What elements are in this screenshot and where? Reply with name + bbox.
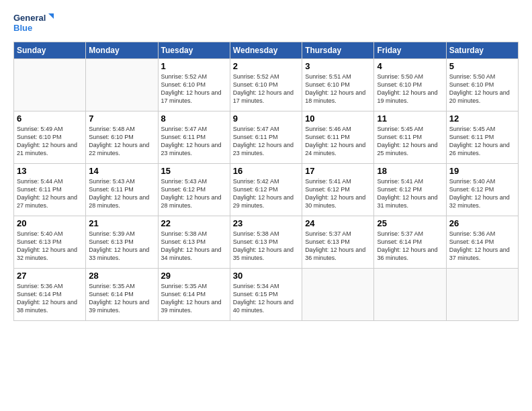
day-info: Sunrise: 5:37 AM Sunset: 6:13 PM Dayligh… bbox=[305, 230, 371, 263]
day-number: 9 bbox=[233, 113, 299, 124]
calendar-day-cell: 5Sunrise: 5:50 AM Sunset: 6:10 PM Daylig… bbox=[446, 59, 518, 111]
calendar-day-cell: 8Sunrise: 5:47 AM Sunset: 6:11 PM Daylig… bbox=[158, 111, 230, 164]
day-number: 3 bbox=[305, 61, 371, 71]
day-number: 20 bbox=[17, 218, 83, 228]
day-number: 24 bbox=[305, 218, 371, 228]
calendar-week-row: 1Sunrise: 5:52 AM Sunset: 6:10 PM Daylig… bbox=[14, 59, 519, 111]
calendar-day-cell: 29Sunrise: 5:35 AM Sunset: 6:14 PM Dayli… bbox=[158, 269, 230, 321]
day-number: 25 bbox=[377, 218, 443, 228]
day-number: 10 bbox=[305, 113, 371, 124]
day-number: 7 bbox=[89, 113, 154, 124]
day-number: 5 bbox=[449, 61, 515, 71]
calendar-day-cell: 25Sunrise: 5:37 AM Sunset: 6:14 PM Dayli… bbox=[374, 216, 446, 269]
day-info: Sunrise: 5:45 AM Sunset: 6:11 PM Dayligh… bbox=[449, 125, 515, 158]
day-info: Sunrise: 5:43 AM Sunset: 6:12 PM Dayligh… bbox=[161, 177, 227, 210]
day-number: 30 bbox=[233, 271, 299, 281]
day-info: Sunrise: 5:40 AM Sunset: 6:12 PM Dayligh… bbox=[449, 177, 515, 210]
day-number: 11 bbox=[377, 113, 443, 124]
svg-marker-1 bbox=[48, 13, 54, 19]
svg-text:General: General bbox=[13, 13, 46, 23]
day-info: Sunrise: 5:40 AM Sunset: 6:13 PM Dayligh… bbox=[17, 230, 83, 263]
calendar-day-cell: 12Sunrise: 5:45 AM Sunset: 6:11 PM Dayli… bbox=[446, 111, 518, 164]
calendar-day-cell bbox=[446, 269, 518, 321]
day-info: Sunrise: 5:52 AM Sunset: 6:10 PM Dayligh… bbox=[161, 73, 227, 105]
calendar-header-cell: Friday bbox=[374, 42, 446, 59]
calendar-day-cell: 15Sunrise: 5:43 AM Sunset: 6:12 PM Dayli… bbox=[158, 164, 230, 216]
day-info: Sunrise: 5:47 AM Sunset: 6:11 PM Dayligh… bbox=[161, 125, 227, 158]
calendar-day-cell: 18Sunrise: 5:41 AM Sunset: 6:12 PM Dayli… bbox=[374, 164, 446, 216]
day-number: 14 bbox=[89, 166, 154, 176]
day-info: Sunrise: 5:42 AM Sunset: 6:12 PM Dayligh… bbox=[233, 177, 299, 210]
calendar-day-cell bbox=[374, 269, 446, 321]
day-number: 27 bbox=[17, 271, 83, 281]
day-number: 26 bbox=[449, 218, 515, 228]
calendar-day-cell: 24Sunrise: 5:37 AM Sunset: 6:13 PM Dayli… bbox=[302, 216, 374, 269]
day-number: 29 bbox=[161, 271, 227, 281]
day-info: Sunrise: 5:46 AM Sunset: 6:11 PM Dayligh… bbox=[305, 125, 371, 158]
calendar-day-cell: 27Sunrise: 5:36 AM Sunset: 6:14 PM Dayli… bbox=[14, 269, 86, 321]
day-number: 21 bbox=[89, 218, 154, 228]
day-info: Sunrise: 5:50 AM Sunset: 6:10 PM Dayligh… bbox=[449, 73, 515, 105]
day-number: 12 bbox=[449, 113, 515, 124]
calendar-day-cell: 30Sunrise: 5:34 AM Sunset: 6:15 PM Dayli… bbox=[230, 269, 302, 321]
calendar-day-cell bbox=[302, 269, 374, 321]
day-number: 22 bbox=[161, 218, 227, 228]
calendar-header-cell: Tuesday bbox=[158, 42, 230, 59]
day-number: 16 bbox=[233, 166, 299, 176]
day-info: Sunrise: 5:34 AM Sunset: 6:15 PM Dayligh… bbox=[233, 282, 299, 315]
calendar-day-cell bbox=[86, 59, 158, 111]
calendar-day-cell: 11Sunrise: 5:45 AM Sunset: 6:11 PM Dayli… bbox=[374, 111, 446, 164]
calendar-header-cell: Wednesday bbox=[230, 42, 302, 59]
day-info: Sunrise: 5:50 AM Sunset: 6:10 PM Dayligh… bbox=[377, 73, 443, 105]
calendar-day-cell: 3Sunrise: 5:51 AM Sunset: 6:10 PM Daylig… bbox=[302, 59, 374, 111]
calendar-day-cell: 4Sunrise: 5:50 AM Sunset: 6:10 PM Daylig… bbox=[374, 59, 446, 111]
day-info: Sunrise: 5:45 AM Sunset: 6:11 PM Dayligh… bbox=[377, 125, 443, 158]
calendar-day-cell: 19Sunrise: 5:40 AM Sunset: 6:12 PM Dayli… bbox=[446, 164, 518, 216]
calendar-day-cell bbox=[14, 59, 86, 111]
day-number: 8 bbox=[161, 113, 227, 124]
day-number: 17 bbox=[305, 166, 371, 176]
day-info: Sunrise: 5:41 AM Sunset: 6:12 PM Dayligh… bbox=[305, 177, 371, 210]
calendar-header-cell: Thursday bbox=[302, 42, 374, 59]
day-info: Sunrise: 5:38 AM Sunset: 6:13 PM Dayligh… bbox=[233, 230, 299, 263]
day-info: Sunrise: 5:36 AM Sunset: 6:14 PM Dayligh… bbox=[17, 282, 83, 315]
day-number: 23 bbox=[233, 218, 299, 228]
calendar-day-cell: 20Sunrise: 5:40 AM Sunset: 6:13 PM Dayli… bbox=[14, 216, 86, 269]
day-info: Sunrise: 5:35 AM Sunset: 6:14 PM Dayligh… bbox=[161, 282, 227, 315]
calendar-header-cell: Saturday bbox=[446, 42, 518, 59]
day-info: Sunrise: 5:51 AM Sunset: 6:10 PM Dayligh… bbox=[305, 73, 371, 105]
day-number: 19 bbox=[449, 166, 515, 176]
day-number: 4 bbox=[377, 61, 443, 71]
calendar-day-cell: 16Sunrise: 5:42 AM Sunset: 6:12 PM Dayli… bbox=[230, 164, 302, 216]
calendar-day-cell: 26Sunrise: 5:36 AM Sunset: 6:14 PM Dayli… bbox=[446, 216, 518, 269]
day-info: Sunrise: 5:41 AM Sunset: 6:12 PM Dayligh… bbox=[377, 177, 443, 210]
day-info: Sunrise: 5:36 AM Sunset: 6:14 PM Dayligh… bbox=[449, 230, 515, 263]
day-number: 28 bbox=[89, 271, 154, 281]
calendar-day-cell: 1Sunrise: 5:52 AM Sunset: 6:10 PM Daylig… bbox=[158, 59, 230, 111]
logo-svg: General Blue bbox=[13, 11, 54, 35]
day-info: Sunrise: 5:43 AM Sunset: 6:11 PM Dayligh… bbox=[89, 177, 154, 210]
day-number: 6 bbox=[17, 113, 83, 124]
calendar-day-cell: 10Sunrise: 5:46 AM Sunset: 6:11 PM Dayli… bbox=[302, 111, 374, 164]
calendar-day-cell: 23Sunrise: 5:38 AM Sunset: 6:13 PM Dayli… bbox=[230, 216, 302, 269]
day-info: Sunrise: 5:38 AM Sunset: 6:13 PM Dayligh… bbox=[161, 230, 227, 263]
svg-text:Blue: Blue bbox=[13, 23, 32, 33]
day-number: 15 bbox=[161, 166, 227, 176]
calendar-day-cell: 9Sunrise: 5:47 AM Sunset: 6:11 PM Daylig… bbox=[230, 111, 302, 164]
calendar-week-row: 20Sunrise: 5:40 AM Sunset: 6:13 PM Dayli… bbox=[14, 216, 519, 269]
calendar-day-cell: 28Sunrise: 5:35 AM Sunset: 6:14 PM Dayli… bbox=[86, 269, 158, 321]
header: General Blue bbox=[13, 11, 519, 35]
day-number: 1 bbox=[161, 61, 227, 71]
day-info: Sunrise: 5:44 AM Sunset: 6:11 PM Dayligh… bbox=[17, 177, 83, 210]
calendar-day-cell: 22Sunrise: 5:38 AM Sunset: 6:13 PM Dayli… bbox=[158, 216, 230, 269]
day-info: Sunrise: 5:52 AM Sunset: 6:10 PM Dayligh… bbox=[233, 73, 299, 105]
day-info: Sunrise: 5:35 AM Sunset: 6:14 PM Dayligh… bbox=[89, 282, 154, 315]
day-number: 13 bbox=[17, 166, 83, 176]
day-number: 18 bbox=[377, 166, 443, 176]
calendar-week-row: 13Sunrise: 5:44 AM Sunset: 6:11 PM Dayli… bbox=[14, 164, 519, 216]
calendar-day-cell: 21Sunrise: 5:39 AM Sunset: 6:13 PM Dayli… bbox=[86, 216, 158, 269]
calendar-header-cell: Monday bbox=[86, 42, 158, 59]
calendar-day-cell: 7Sunrise: 5:48 AM Sunset: 6:10 PM Daylig… bbox=[86, 111, 158, 164]
logo: General Blue bbox=[13, 11, 54, 35]
calendar-day-cell: 17Sunrise: 5:41 AM Sunset: 6:12 PM Dayli… bbox=[302, 164, 374, 216]
